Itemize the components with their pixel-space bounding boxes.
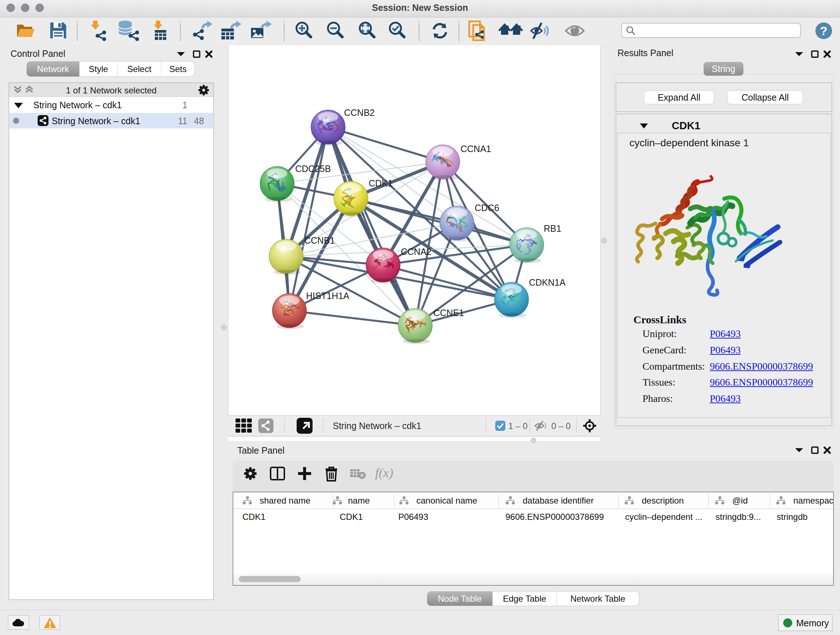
- svg-text:CCNA2: CCNA2: [401, 247, 431, 257]
- svg-text:CDC25B: CDC25B: [295, 164, 331, 174]
- svg-text:CDKN1A: CDKN1A: [529, 277, 566, 287]
- svg-text:CDC6: CDC6: [475, 203, 499, 213]
- svg-text:RB1: RB1: [544, 223, 561, 233]
- svg-text:CDK1: CDK1: [369, 178, 393, 188]
- svg-text:CCNA1: CCNA1: [461, 144, 491, 154]
- svg-text:CCNE1: CCNE1: [433, 308, 464, 318]
- svg-text:CCNB2: CCNB2: [344, 108, 375, 118]
- svg-text:HIST1H1A: HIST1H1A: [306, 291, 349, 301]
- svg-text:CCNB1: CCNB1: [304, 235, 335, 245]
